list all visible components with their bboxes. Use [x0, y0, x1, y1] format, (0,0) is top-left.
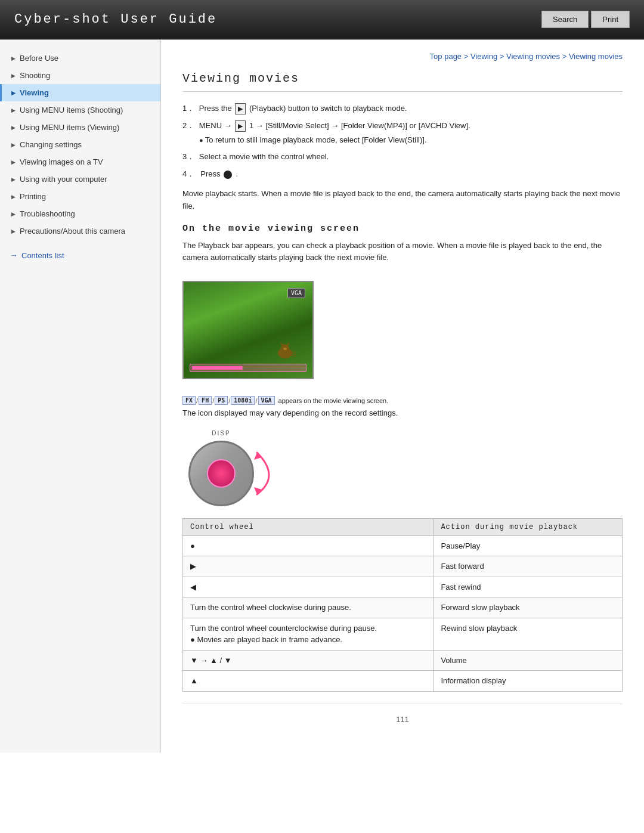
control-cell: ▼ → ▲ / ▼	[183, 650, 434, 671]
sidebar-item-label: Viewing images on a TV	[20, 157, 103, 166]
badge-vga: VGA	[258, 396, 275, 405]
sidebar-item-troubleshooting[interactable]: ▶ Troubleshooting	[0, 205, 160, 222]
movie-screenshot-wrap: VGA	[182, 281, 314, 379]
control-cell: Turn the control wheel clockwise during …	[183, 597, 434, 618]
step-2-sub: To return to still image playback mode, …	[199, 134, 623, 147]
control-cell: ▲	[183, 671, 434, 692]
step-1-num: 1．	[182, 104, 194, 113]
step-2-text2: 1 → [Still/Movie Select] → [Folder View(…	[249, 121, 470, 130]
arrow-icon: ▶	[11, 159, 16, 165]
wheel-diagram: DISP	[182, 429, 623, 506]
format-badges: FX / FH / PS / 1080i / VGA appears on th…	[182, 396, 623, 405]
action-cell: Volume	[434, 650, 623, 671]
playback-bar-fill	[192, 366, 243, 370]
sidebar-item-viewing-tv[interactable]: ▶ Viewing images on a TV	[0, 153, 160, 171]
movie-screenshot: VGA	[182, 281, 314, 379]
step-3-num: 3．	[182, 152, 194, 161]
sidebar-item-menu-shooting[interactable]: ▶ Using MENU items (Shooting)	[0, 101, 160, 119]
breadcrumb[interactable]: Top page > Viewing > Viewing movies > Vi…	[182, 52, 623, 61]
sidebar-item-menu-viewing[interactable]: ▶ Using MENU items (Viewing)	[0, 119, 160, 136]
content-area: Top page > Viewing > Viewing movies > Vi…	[161, 40, 644, 753]
steps: 1． Press the ▶ (Playback) button to swit…	[182, 103, 623, 181]
sidebar: ▶ Before Use ▶ Shooting ▶ Viewing ▶ Usin…	[0, 40, 161, 753]
sidebar-item-label: Before Use	[20, 54, 58, 63]
sidebar-item-computer[interactable]: ▶ Using with your computer	[0, 171, 160, 188]
control-table: Control wheel Action during movie playba…	[182, 518, 623, 692]
sidebar-item-printing[interactable]: ▶ Printing	[0, 188, 160, 205]
playback-icon: ▶	[235, 103, 246, 115]
svg-marker-2	[280, 342, 283, 345]
press-dot: .	[236, 168, 238, 181]
sidebar-item-label: Viewing	[20, 88, 49, 97]
action-cell: Rewind slow playback	[434, 618, 623, 650]
badge-fh: FH	[199, 396, 212, 405]
action-cell: Information display	[434, 671, 623, 692]
step-2-num: 2．	[182, 121, 194, 130]
sidebar-item-label: Shooting	[20, 71, 50, 80]
circle-button-icon	[224, 171, 232, 179]
table-row: Turn the control wheel counterclockwise …	[183, 618, 623, 650]
table-row: Turn the control wheel clockwise during …	[183, 597, 623, 618]
page-number: 111	[396, 715, 409, 724]
badge-ps: PS	[215, 396, 228, 405]
sidebar-item-before-use[interactable]: ▶ Before Use	[0, 49, 160, 67]
svg-marker-3	[287, 342, 290, 345]
wheel-center-button	[207, 459, 236, 488]
step-4-num: 4．	[182, 168, 194, 181]
step-3-text: Select a movie with the control wheel.	[199, 152, 329, 161]
badge-fx: FX	[182, 396, 196, 405]
svg-line-7	[291, 355, 296, 357]
arrow-icon: ▶	[11, 228, 16, 234]
disp-label: DISP	[212, 430, 230, 436]
menu-play-icon: ▶	[235, 120, 246, 132]
header-title: Cyber-shot User Guide	[14, 12, 217, 27]
header: Cyber-shot User Guide Search Print	[0, 0, 644, 40]
control-wheel	[188, 441, 254, 506]
sidebar-item-label: Printing	[20, 192, 46, 201]
sidebar-item-label: Precautions/About this camera	[20, 227, 125, 236]
sidebar-item-precautions[interactable]: ▶ Precautions/About this camera	[0, 222, 160, 240]
arrow-right-icon: →	[10, 250, 18, 260]
action-cell: Fast forward	[434, 556, 623, 577]
contents-list-link[interactable]: → Contents list	[0, 244, 160, 266]
search-button[interactable]: Search	[541, 11, 589, 28]
step-2-text: MENU →	[199, 121, 232, 130]
playback-bar	[190, 364, 306, 372]
print-button[interactable]: Print	[591, 11, 630, 28]
step-3: 3． Select a movie with the control wheel…	[182, 151, 623, 163]
sidebar-item-changing-settings[interactable]: ▶ Changing settings	[0, 136, 160, 153]
action-cell: Fast rewind	[434, 577, 623, 597]
step-1: 1． Press the ▶ (Playback) button to swit…	[182, 103, 623, 115]
sidebar-item-label: Using with your computer	[20, 175, 107, 184]
arrow-icon: ▶	[11, 107, 16, 113]
table-row: ▲Information display	[183, 671, 623, 692]
cat-silhouette-icon	[273, 341, 296, 359]
badge-suffix: appears on the movie viewing screen.	[278, 397, 389, 404]
step-1-text2: (Playback) button to switch to playback …	[249, 104, 407, 113]
table-col2-header: Action during movie playback	[434, 518, 623, 535]
arrow-icon: ▶	[11, 90, 16, 96]
step-4: 4． Press .	[182, 168, 623, 181]
wheel-arrow-icon	[251, 447, 284, 500]
step-2: 2． MENU → ▶ 1 → [Still/Movie Select] → […	[182, 120, 623, 147]
arrow-icon: ▶	[11, 73, 16, 79]
section-desc: The Playback bar appears, you can check …	[182, 240, 623, 265]
sidebar-item-shooting[interactable]: ▶ Shooting	[0, 67, 160, 84]
table-row: ▶Fast forward	[183, 556, 623, 577]
table-row: ●Pause/Play	[183, 535, 623, 556]
sidebar-item-label: Changing settings	[20, 140, 82, 149]
arrow-icon: ▶	[11, 125, 16, 131]
sidebar-item-viewing[interactable]: ▶ Viewing	[0, 84, 160, 101]
vga-badge: VGA	[287, 288, 305, 298]
arrow-icon: ▶	[11, 211, 16, 217]
control-cell: ◀	[183, 577, 434, 597]
step-1-text: Press the	[199, 104, 234, 113]
icon-note: The icon displayed may vary depending on…	[182, 407, 623, 419]
sidebar-item-label: Using MENU items (Shooting)	[20, 106, 123, 114]
arrow-icon: ▶	[11, 142, 16, 148]
table-col1-header: Control wheel	[183, 518, 434, 535]
table-row: ◀Fast rewind	[183, 577, 623, 597]
footer: 111	[182, 704, 623, 735]
control-cell: Turn the control wheel counterclockwise …	[183, 618, 434, 650]
arrow-icon: ▶	[11, 194, 16, 200]
